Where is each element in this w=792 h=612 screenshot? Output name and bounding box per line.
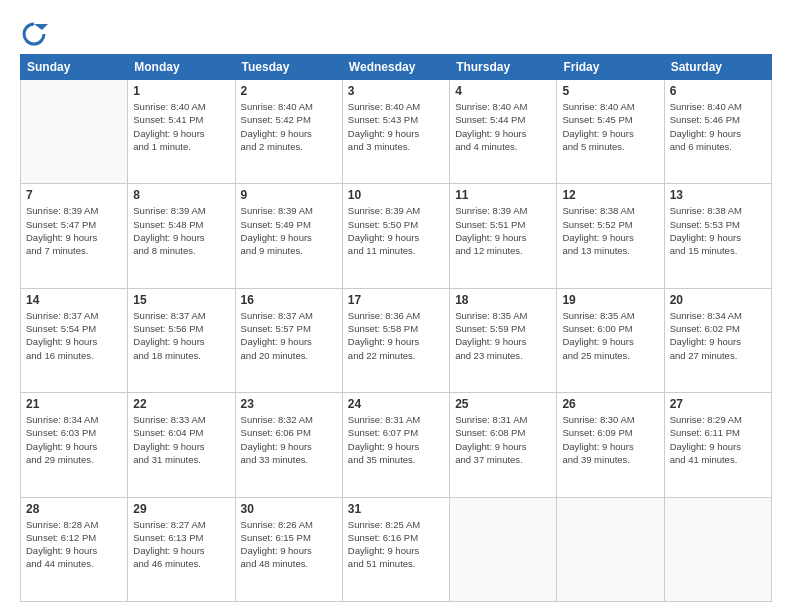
calendar-week-3: 21Sunrise: 8:34 AM Sunset: 6:03 PM Dayli…	[21, 393, 772, 497]
calendar-day-21: 21Sunrise: 8:34 AM Sunset: 6:03 PM Dayli…	[21, 393, 128, 497]
day-number: 15	[133, 293, 229, 307]
day-detail: Sunrise: 8:39 AM Sunset: 5:51 PM Dayligh…	[455, 204, 551, 257]
calendar-day-7: 7Sunrise: 8:39 AM Sunset: 5:47 PM Daylig…	[21, 184, 128, 288]
logo	[20, 20, 52, 48]
day-number: 9	[241, 188, 337, 202]
day-detail: Sunrise: 8:40 AM Sunset: 5:45 PM Dayligh…	[562, 100, 658, 153]
calendar-header-tuesday: Tuesday	[235, 55, 342, 80]
calendar-day-19: 19Sunrise: 8:35 AM Sunset: 6:00 PM Dayli…	[557, 288, 664, 392]
calendar-day-12: 12Sunrise: 8:38 AM Sunset: 5:52 PM Dayli…	[557, 184, 664, 288]
day-detail: Sunrise: 8:28 AM Sunset: 6:12 PM Dayligh…	[26, 518, 122, 571]
day-detail: Sunrise: 8:25 AM Sunset: 6:16 PM Dayligh…	[348, 518, 444, 571]
calendar-day-9: 9Sunrise: 8:39 AM Sunset: 5:49 PM Daylig…	[235, 184, 342, 288]
day-number: 14	[26, 293, 122, 307]
day-detail: Sunrise: 8:31 AM Sunset: 6:08 PM Dayligh…	[455, 413, 551, 466]
day-number: 8	[133, 188, 229, 202]
calendar-day-2: 2Sunrise: 8:40 AM Sunset: 5:42 PM Daylig…	[235, 80, 342, 184]
day-number: 1	[133, 84, 229, 98]
day-number: 11	[455, 188, 551, 202]
calendar-week-1: 7Sunrise: 8:39 AM Sunset: 5:47 PM Daylig…	[21, 184, 772, 288]
calendar-day-23: 23Sunrise: 8:32 AM Sunset: 6:06 PM Dayli…	[235, 393, 342, 497]
calendar-day-26: 26Sunrise: 8:30 AM Sunset: 6:09 PM Dayli…	[557, 393, 664, 497]
day-detail: Sunrise: 8:40 AM Sunset: 5:41 PM Dayligh…	[133, 100, 229, 153]
day-number: 21	[26, 397, 122, 411]
day-detail: Sunrise: 8:37 AM Sunset: 5:56 PM Dayligh…	[133, 309, 229, 362]
calendar-day-29: 29Sunrise: 8:27 AM Sunset: 6:13 PM Dayli…	[128, 497, 235, 601]
calendar-week-0: 1Sunrise: 8:40 AM Sunset: 5:41 PM Daylig…	[21, 80, 772, 184]
day-number: 17	[348, 293, 444, 307]
day-number: 6	[670, 84, 766, 98]
day-detail: Sunrise: 8:33 AM Sunset: 6:04 PM Dayligh…	[133, 413, 229, 466]
day-number: 19	[562, 293, 658, 307]
calendar-day-empty	[664, 497, 771, 601]
day-detail: Sunrise: 8:35 AM Sunset: 6:00 PM Dayligh…	[562, 309, 658, 362]
calendar-day-5: 5Sunrise: 8:40 AM Sunset: 5:45 PM Daylig…	[557, 80, 664, 184]
calendar-header-thursday: Thursday	[450, 55, 557, 80]
day-number: 27	[670, 397, 766, 411]
calendar-table: SundayMondayTuesdayWednesdayThursdayFrid…	[20, 54, 772, 602]
calendar-header-wednesday: Wednesday	[342, 55, 449, 80]
day-detail: Sunrise: 8:37 AM Sunset: 5:57 PM Dayligh…	[241, 309, 337, 362]
day-detail: Sunrise: 8:38 AM Sunset: 5:53 PM Dayligh…	[670, 204, 766, 257]
day-number: 20	[670, 293, 766, 307]
day-detail: Sunrise: 8:34 AM Sunset: 6:02 PM Dayligh…	[670, 309, 766, 362]
day-number: 23	[241, 397, 337, 411]
day-number: 30	[241, 502, 337, 516]
calendar-day-17: 17Sunrise: 8:36 AM Sunset: 5:58 PM Dayli…	[342, 288, 449, 392]
day-number: 12	[562, 188, 658, 202]
day-number: 24	[348, 397, 444, 411]
day-number: 5	[562, 84, 658, 98]
calendar-day-8: 8Sunrise: 8:39 AM Sunset: 5:48 PM Daylig…	[128, 184, 235, 288]
day-number: 2	[241, 84, 337, 98]
day-detail: Sunrise: 8:27 AM Sunset: 6:13 PM Dayligh…	[133, 518, 229, 571]
day-detail: Sunrise: 8:31 AM Sunset: 6:07 PM Dayligh…	[348, 413, 444, 466]
day-detail: Sunrise: 8:40 AM Sunset: 5:44 PM Dayligh…	[455, 100, 551, 153]
day-number: 10	[348, 188, 444, 202]
day-number: 22	[133, 397, 229, 411]
logo-icon	[20, 20, 48, 48]
calendar-day-13: 13Sunrise: 8:38 AM Sunset: 5:53 PM Dayli…	[664, 184, 771, 288]
calendar-day-18: 18Sunrise: 8:35 AM Sunset: 5:59 PM Dayli…	[450, 288, 557, 392]
day-detail: Sunrise: 8:39 AM Sunset: 5:50 PM Dayligh…	[348, 204, 444, 257]
day-number: 26	[562, 397, 658, 411]
day-detail: Sunrise: 8:40 AM Sunset: 5:46 PM Dayligh…	[670, 100, 766, 153]
calendar-day-4: 4Sunrise: 8:40 AM Sunset: 5:44 PM Daylig…	[450, 80, 557, 184]
day-number: 29	[133, 502, 229, 516]
day-detail: Sunrise: 8:26 AM Sunset: 6:15 PM Dayligh…	[241, 518, 337, 571]
day-number: 25	[455, 397, 551, 411]
calendar-day-3: 3Sunrise: 8:40 AM Sunset: 5:43 PM Daylig…	[342, 80, 449, 184]
day-detail: Sunrise: 8:38 AM Sunset: 5:52 PM Dayligh…	[562, 204, 658, 257]
day-number: 13	[670, 188, 766, 202]
calendar-day-30: 30Sunrise: 8:26 AM Sunset: 6:15 PM Dayli…	[235, 497, 342, 601]
day-number: 28	[26, 502, 122, 516]
day-detail: Sunrise: 8:40 AM Sunset: 5:42 PM Dayligh…	[241, 100, 337, 153]
calendar-day-empty	[450, 497, 557, 601]
day-number: 31	[348, 502, 444, 516]
calendar-header-row: SundayMondayTuesdayWednesdayThursdayFrid…	[21, 55, 772, 80]
calendar-day-1: 1Sunrise: 8:40 AM Sunset: 5:41 PM Daylig…	[128, 80, 235, 184]
day-detail: Sunrise: 8:34 AM Sunset: 6:03 PM Dayligh…	[26, 413, 122, 466]
calendar-day-31: 31Sunrise: 8:25 AM Sunset: 6:16 PM Dayli…	[342, 497, 449, 601]
day-detail: Sunrise: 8:40 AM Sunset: 5:43 PM Dayligh…	[348, 100, 444, 153]
day-detail: Sunrise: 8:39 AM Sunset: 5:47 PM Dayligh…	[26, 204, 122, 257]
day-detail: Sunrise: 8:39 AM Sunset: 5:48 PM Dayligh…	[133, 204, 229, 257]
calendar-day-20: 20Sunrise: 8:34 AM Sunset: 6:02 PM Dayli…	[664, 288, 771, 392]
calendar-day-27: 27Sunrise: 8:29 AM Sunset: 6:11 PM Dayli…	[664, 393, 771, 497]
calendar-day-22: 22Sunrise: 8:33 AM Sunset: 6:04 PM Dayli…	[128, 393, 235, 497]
calendar-week-2: 14Sunrise: 8:37 AM Sunset: 5:54 PM Dayli…	[21, 288, 772, 392]
day-detail: Sunrise: 8:29 AM Sunset: 6:11 PM Dayligh…	[670, 413, 766, 466]
calendar-week-4: 28Sunrise: 8:28 AM Sunset: 6:12 PM Dayli…	[21, 497, 772, 601]
calendar-day-empty	[21, 80, 128, 184]
day-number: 7	[26, 188, 122, 202]
day-number: 18	[455, 293, 551, 307]
calendar-header-monday: Monday	[128, 55, 235, 80]
calendar-header-friday: Friday	[557, 55, 664, 80]
day-detail: Sunrise: 8:36 AM Sunset: 5:58 PM Dayligh…	[348, 309, 444, 362]
day-number: 4	[455, 84, 551, 98]
calendar-header-saturday: Saturday	[664, 55, 771, 80]
day-detail: Sunrise: 8:32 AM Sunset: 6:06 PM Dayligh…	[241, 413, 337, 466]
calendar-header-sunday: Sunday	[21, 55, 128, 80]
page: SundayMondayTuesdayWednesdayThursdayFrid…	[0, 0, 792, 612]
calendar-day-empty	[557, 497, 664, 601]
calendar-day-28: 28Sunrise: 8:28 AM Sunset: 6:12 PM Dayli…	[21, 497, 128, 601]
